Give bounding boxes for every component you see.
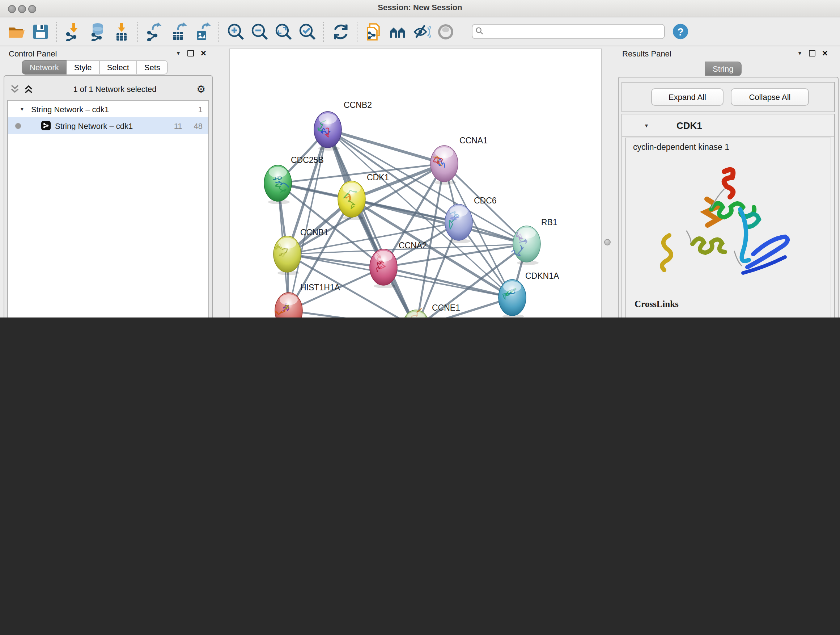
export-table-icon[interactable] — [169, 22, 188, 41]
gene-symbol: CDK1 — [676, 120, 702, 131]
node-label-RB1: RB1 — [541, 218, 557, 227]
crosslink-row: Uniprot:P06493 — [635, 317, 825, 318]
import-network-database-icon[interactable] — [88, 22, 107, 41]
node-label-HIST1H1A: HIST1H1A — [300, 283, 340, 292]
collapse-all-button[interactable]: Collapse All — [731, 88, 809, 106]
expand-all-button[interactable]: Expand All — [651, 88, 723, 106]
network-node-CDC6[interactable]: CDC6 — [445, 196, 497, 243]
float-panel-icon[interactable]: ▼ — [797, 51, 802, 56]
refresh-icon[interactable] — [331, 22, 350, 41]
node-label-CCNB1: CCNB1 — [300, 228, 328, 237]
duplicate-network-icon[interactable] — [364, 22, 384, 41]
window-title: Session: New Session — [0, 3, 840, 11]
expand-all-icon[interactable] — [24, 84, 33, 94]
collection-label: String Network – cdk1 — [31, 105, 198, 113]
collapse-all-icon[interactable] — [10, 84, 19, 94]
close-panel-icon[interactable]: ✕ — [822, 49, 828, 57]
results-content: ▼ CDK1 cyclin-dependent kinase 1 — [622, 114, 835, 318]
network-row[interactable]: String Network – cdk1 11 48 — [8, 117, 208, 134]
network-tree: ▼ String Network – cdk1 1 String Network… — [7, 100, 209, 318]
results-panel: Expand All Collapse All ▼ CDK1 cyclin-de… — [618, 77, 838, 318]
network-graph: CCNB2CCNA1CDC25BCDK1CDC6RB1CCNB1CCNA2CDK… — [230, 49, 601, 318]
tab-select[interactable]: Select — [100, 60, 137, 74]
control-panel-controls: ▼ ✕ — [176, 49, 207, 57]
gene-description: cyclin-dependent kinase 1 — [633, 143, 831, 151]
search-box — [472, 24, 665, 39]
collection-count: 1 — [198, 105, 202, 113]
node-label-CDKN1A: CDKN1A — [525, 271, 559, 280]
zoom-fit-icon[interactable] — [273, 22, 293, 41]
tab-network[interactable]: Network — [22, 60, 67, 74]
export-image-icon[interactable] — [193, 22, 212, 41]
title-bar: Session: New Session — [0, 0, 840, 17]
network-list-header: 1 of 1 Network selected ⚙ — [10, 80, 205, 98]
node-label-CDC6: CDC6 — [474, 196, 497, 205]
tab-string[interactable]: String — [705, 62, 742, 76]
import-network-file-icon[interactable] — [64, 22, 83, 41]
protein-structure-image — [655, 165, 799, 293]
import-table-file-icon[interactable] — [111, 22, 131, 41]
network-canvas[interactable]: CCNB2CCNA1CDC25BCDK1CDC6RB1CCNB1CCNA2CDK… — [229, 49, 602, 318]
gene-details: cyclin-dependent kinase 1 — [625, 138, 831, 318]
crosslinks-section: CrossLinks Uniprot:P06493GeneCard:P06493… — [635, 299, 825, 318]
crosslink-link[interactable]: P06493 — [711, 317, 736, 318]
results-panel-tabs: String — [705, 62, 742, 76]
node-label-CCNA2: CCNA2 — [399, 241, 427, 250]
show-all-networks-icon[interactable] — [388, 22, 407, 41]
network-node-CDKN1A[interactable]: CDKN1A — [499, 271, 559, 318]
inactive-orb-icon — [436, 22, 455, 41]
results-panel-controls: ▼ ✕ — [797, 49, 828, 57]
search-input[interactable] — [472, 24, 665, 39]
maximize-panel-icon[interactable] — [809, 50, 815, 57]
node-label-CCNB2: CCNB2 — [344, 100, 372, 110]
svg-text:?: ? — [677, 26, 684, 38]
node-label-CCNE1: CCNE1 — [432, 303, 460, 312]
gene-expand-icon[interactable]: ▼ — [644, 123, 649, 128]
search-icon — [475, 27, 483, 35]
cytoscape-window: Session: New Session — [0, 0, 840, 318]
network-node-RB1[interactable]: RB1 — [512, 218, 557, 265]
zoom-out-icon[interactable] — [249, 22, 269, 41]
tab-style[interactable]: Style — [67, 60, 100, 74]
gene-section-header[interactable]: ▼ CDK1 — [622, 114, 834, 137]
collection-expand-icon[interactable]: ▼ — [19, 106, 25, 111]
crosslinks-title: CrossLinks — [635, 299, 825, 310]
close-panel-icon[interactable]: ✕ — [201, 49, 207, 57]
network-node-count: 11 — [174, 121, 182, 130]
export-network-icon[interactable] — [145, 22, 164, 41]
network-status-dot — [15, 123, 21, 128]
tab-sets[interactable]: Sets — [137, 60, 168, 74]
network-label: String Network – cdk1 — [55, 121, 174, 130]
zoom-selected-icon[interactable] — [297, 22, 317, 41]
network-collection-row[interactable]: ▼ String Network – cdk1 1 — [8, 101, 208, 117]
network-edge-CCNB2-CCNA1[interactable] — [328, 130, 444, 164]
save-session-icon[interactable] — [30, 22, 50, 41]
results-buttons-box: Expand All Collapse All — [622, 82, 835, 112]
node-label-CDC25B: CDC25B — [291, 155, 324, 165]
open-session-icon[interactable] — [6, 22, 26, 41]
help-icon[interactable]: ? — [671, 22, 690, 41]
network-options-gear-icon[interactable]: ⚙ — [196, 83, 205, 95]
control-panel-tabs: NetworkStyleSelectSets — [22, 60, 168, 74]
string-network-icon — [41, 121, 51, 130]
control-panel-title: Control Panel — [9, 49, 57, 58]
main-toolbar: ? — [0, 17, 840, 46]
node-label-CDK1: CDK1 — [367, 173, 389, 182]
hide-selected-icon[interactable] — [412, 22, 431, 41]
network-edge-CDKN1A-CCNE1[interactable] — [416, 298, 512, 318]
zoom-in-icon[interactable] — [226, 22, 245, 41]
node-label-CCNA1: CCNA1 — [459, 136, 488, 145]
network-edge-count: 48 — [194, 121, 203, 130]
results-panel-title: Results Panel — [622, 49, 671, 58]
float-panel-icon[interactable]: ▼ — [176, 51, 181, 56]
crosslink-label: Uniprot: — [642, 317, 711, 318]
network-selection-status: 1 of 1 Network selected — [33, 85, 196, 93]
maximize-panel-icon[interactable] — [187, 50, 194, 57]
splitter-handle-right[interactable] — [604, 239, 611, 245]
